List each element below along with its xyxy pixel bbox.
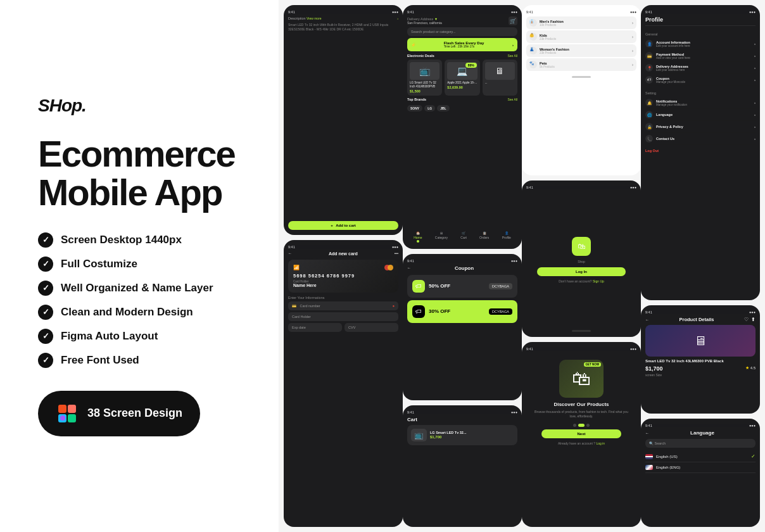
- product-card-tv[interactable]: 📺 LG Smart LED Tv 32 Inch 43LM6300PVB $1…: [407, 60, 442, 96]
- features-list: ✓ Screen Desktop 1440px ✓ Full Costumize…: [38, 232, 241, 368]
- payment-method-row[interactable]: 💳 Payment Method Add or view your card h…: [645, 50, 756, 62]
- nav-home[interactable]: 🏠Home: [414, 231, 422, 243]
- already-account-text: Already have an account ? Log in: [558, 441, 605, 445]
- time-display: 9:41: [288, 245, 295, 249]
- privacy-row[interactable]: 🔒 Privacy & Policy ›: [645, 121, 756, 133]
- svg-rect-1: [68, 405, 76, 413]
- card-number-input[interactable]: 💳 Card number ●: [288, 301, 398, 310]
- login-button[interactable]: Log In: [537, 267, 625, 276]
- tv-price: $1,500: [410, 89, 439, 93]
- flash-sale-banner[interactable]: ⚡ Flash Sales Every Day Time Left : 23h …: [407, 38, 517, 51]
- mens-fashion-row[interactable]: 👔 Men's Fashion 10k Products ›: [526, 16, 636, 29]
- stars: ★: [745, 365, 749, 370]
- get-now-badge: GET NOW: [584, 362, 602, 367]
- check-icon: ✓: [38, 281, 53, 296]
- banner-arrow: ›: [512, 43, 514, 47]
- screen-size-label: screen Size: [645, 373, 756, 377]
- add-to-cart-button[interactable]: + Add to cart: [288, 221, 398, 230]
- screen-cart: 9:41 ●●● Cart 📺 LG Smart LED Tv 32... $1…: [403, 405, 522, 527]
- nav-profile[interactable]: 👤Profile: [502, 231, 511, 243]
- payment-text: Payment Method Add or view your card her…: [656, 53, 751, 60]
- us-flag: [645, 454, 653, 459]
- back-arrow[interactable]: ←: [288, 251, 292, 255]
- card-number-field-label: Card number: [300, 304, 320, 308]
- notifications-icon: 🔔: [645, 99, 653, 106]
- favorite-icon[interactable]: ♡: [744, 317, 749, 322]
- coupon-30-card[interactable]: 🏷 30% OFF DCYBAGA: [407, 300, 517, 323]
- coupon-50-card[interactable]: 🏷 50% OFF DCYBAGA: [407, 275, 517, 298]
- main-title: Ecommerce Mobile App: [38, 135, 241, 212]
- kids-row[interactable]: 👶 Kids 23k Products ›: [526, 30, 636, 43]
- screen-categories: 9:41 ●●● 👔 Men's Fashion 10k Products › …: [522, 5, 641, 175]
- back-arrow[interactable]: ←: [645, 318, 649, 322]
- row-arrow: ›: [754, 54, 756, 58]
- card-display: 📶 5698 56254 6786 9979 Card Holder Name …: [288, 260, 398, 293]
- cart-icon[interactable]: 🛒: [509, 16, 517, 25]
- language-search[interactable]: 🔍 Search: [645, 439, 756, 448]
- pets-row[interactable]: 🐾 Pets 5k Products ›: [526, 58, 636, 71]
- contact-row[interactable]: 📞 Contact Us ›: [645, 133, 756, 145]
- card-holder-input[interactable]: Card Holder: [288, 312, 398, 321]
- nav-orders[interactable]: 📋Orders: [479, 231, 489, 243]
- coupon-profile-row[interactable]: 🏷 Coupon Manage your Moncode ›: [645, 74, 756, 86]
- left-panel: SHop. Ecommerce Mobile App ✓ Screen Desk…: [0, 0, 279, 532]
- menu-dots[interactable]: •••: [395, 251, 398, 255]
- mens-count: 10k Products: [540, 23, 629, 27]
- status-bar: 9:41 ●●●: [407, 10, 517, 14]
- coupon-code-50: DCYBAGA: [489, 283, 512, 289]
- uk-flag: [645, 465, 653, 470]
- mac-name: Apple 2021 Apple 16-...: [447, 81, 477, 85]
- privacy-label: Privacy & Policy: [656, 125, 751, 129]
- discover-title: Discover Our Products: [553, 402, 609, 407]
- see-all-deals[interactable]: See All: [507, 54, 517, 58]
- next-button[interactable]: Next: [541, 429, 621, 438]
- exp-date-input[interactable]: Exp date: [288, 323, 342, 332]
- lg-brand[interactable]: LG: [424, 105, 435, 111]
- home-indicator: [572, 76, 591, 78]
- nav-cart[interactable]: 🛒Cart: [460, 231, 466, 243]
- delivery-row[interactable]: 📍 Delivery Addresses Edit your address h…: [645, 62, 756, 74]
- product-card-mac[interactable]: 86% 💻 Apple 2021 Apple 16-... $2,639.90: [445, 60, 479, 96]
- kids-text: Kids 23k Products: [540, 34, 629, 41]
- account-info-row[interactable]: 👤 Account Information Edit your account …: [645, 38, 756, 50]
- time-display: 9:41: [645, 10, 652, 14]
- title-line1: Ecommerce: [38, 133, 235, 174]
- sign-up-link[interactable]: Sign Up: [593, 279, 604, 283]
- see-all-brands[interactable]: See All: [507, 98, 517, 101]
- logo-text: SHop.: [38, 96, 86, 115]
- dot-2: [578, 424, 585, 427]
- coupon-code-30: DCYBAGA: [489, 308, 512, 315]
- product-row: 📺 LG Smart LED Tv 32 Inch 43LM6300PVB $1…: [407, 60, 517, 96]
- womens-row[interactable]: 👗 Woman's Fashion 23k Products ›: [526, 44, 636, 57]
- product-card-extra[interactable]: 🖥 ...: [483, 60, 517, 96]
- check-icon: ✓: [38, 329, 53, 344]
- lang-english-eng-row[interactable]: English (ENG): [645, 462, 756, 473]
- cvv-input[interactable]: CVV: [345, 323, 398, 332]
- brands-label: Top Brands: [407, 98, 426, 101]
- jbl-brand[interactable]: JBL: [437, 105, 449, 111]
- language-row[interactable]: 🌐 Language ›: [645, 109, 756, 121]
- time-display: 9:41: [407, 259, 414, 263]
- search-bar[interactable]: Search product or category...: [407, 27, 517, 36]
- lang-english-us-row[interactable]: English (US) ✓: [645, 451, 756, 462]
- screens-col-1: 9:41 ●●● Description View more › Smart L…: [284, 5, 403, 527]
- kids-icon: 👶: [529, 33, 537, 41]
- extra-image: 🖥: [485, 62, 515, 80]
- cart-item-img: 📺: [411, 429, 427, 441]
- feature-label: Free Font Used: [61, 354, 139, 367]
- card-number: 5698 56254 6786 9979: [293, 273, 393, 279]
- logout-text[interactable]: Log Out: [645, 149, 756, 153]
- sony-brand[interactable]: SONY: [407, 105, 422, 111]
- screen-coupon: 9:41 ●●● ← Coupon 🏷 50% OFF DCYBAGA 🏷: [403, 254, 522, 400]
- notifications-row[interactable]: 🔔 Notifications Manage your notification…: [645, 97, 756, 109]
- login-link[interactable]: Log in: [596, 441, 605, 445]
- share-icon[interactable]: ⬆: [751, 317, 756, 322]
- time-display: 9:41: [407, 10, 414, 14]
- arrow-icon: ›: [632, 35, 633, 39]
- deals-label: Electronic Deals: [407, 54, 434, 58]
- cta-button[interactable]: 38 Screen Design: [38, 391, 200, 436]
- pets-icon: 🐾: [529, 61, 537, 68]
- add-to-cart-label: Add to cart: [336, 224, 356, 227]
- nav-category[interactable]: ⊞Category: [435, 231, 448, 243]
- status-bar: 9:41 ●●●: [288, 245, 398, 249]
